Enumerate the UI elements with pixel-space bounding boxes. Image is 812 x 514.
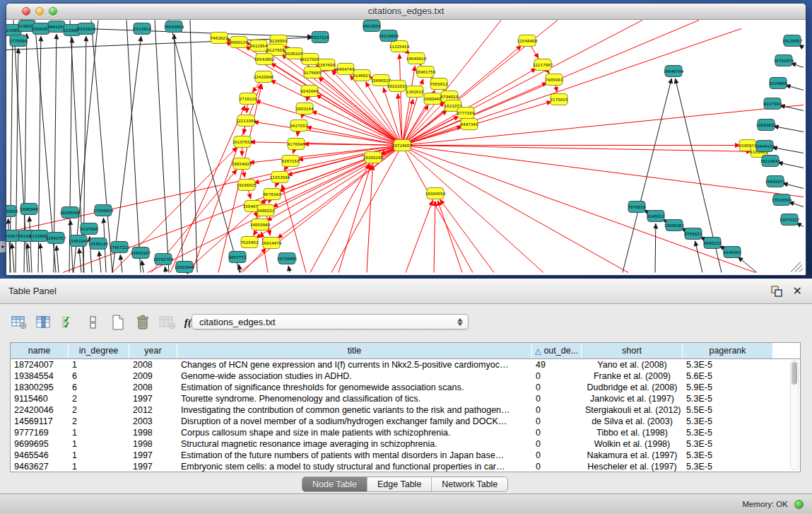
column-header-in_degree[interactable]: in_degree: [69, 343, 129, 358]
graph-node[interactable]: 17016504: [772, 194, 792, 206]
table-row[interactable]: 1872400712008Changes of HCN gene express…: [11, 359, 800, 370]
graph-node[interactable]: 16033809: [164, 21, 184, 33]
graph-node[interactable]: 15751074: [774, 55, 794, 66]
scrollbar-thumb[interactable]: [792, 362, 797, 385]
graph-node[interactable]: 9857771: [229, 252, 247, 263]
graph-node[interactable]: 19384554: [425, 188, 446, 199]
column-header-title[interactable]: title: [177, 343, 532, 358]
column-header-short[interactable]: short: [582, 343, 683, 358]
graph-node[interactable]: 14803949: [250, 219, 271, 230]
graph-node[interactable]: 8186328: [286, 48, 303, 59]
table-row[interactable]: 1456911722003Disruption of a novel membe…: [11, 416, 800, 427]
graph-node[interactable]: 12217987: [533, 59, 553, 71]
graph-node[interactable]: 9777169: [457, 107, 475, 119]
graph-node[interactable]: 17957222: [110, 242, 129, 253]
graph-node[interactable]: 9242848: [301, 86, 319, 97]
graph-node[interactable]: 22420046: [254, 71, 274, 83]
delete-table-button[interactable]: [158, 313, 177, 332]
graph-node[interactable]: 7625402: [241, 237, 259, 248]
table-row[interactable]: 911546021997Tourette syndrome. Phenomeno…: [11, 393, 800, 404]
graph-node[interactable]: 12093832: [756, 119, 776, 131]
graph-node[interactable]: 2175815: [551, 94, 568, 105]
graph-node[interactable]: 15958167: [131, 247, 151, 259]
create-column-button[interactable]: [109, 313, 127, 332]
graph-node[interactable]: 2803144: [296, 103, 314, 115]
column-header-name[interactable]: name: [11, 343, 69, 358]
graph-node[interactable]: 12942757: [46, 233, 66, 244]
graph-node[interactable]: 3498222: [257, 205, 275, 216]
column-header-pagerank[interactable]: pagerank: [683, 343, 773, 358]
float-panel-icon[interactable]: [771, 286, 782, 297]
tab-network-table[interactable]: Network Table: [432, 477, 507, 491]
graph-node[interactable]: 20206586: [60, 207, 81, 218]
graph-node[interactable]: 9146821: [353, 70, 371, 81]
window-titlebar[interactable]: citations_edges.txt: [6, 4, 806, 20]
graph-node[interactable]: 19854925: [232, 158, 252, 170]
table-vertical-scrollbar[interactable]: [790, 360, 799, 470]
graph-node[interactable]: 5313414: [134, 23, 151, 35]
graph-node[interactable]: 2718120: [240, 93, 257, 105]
graph-node[interactable]: 16961758: [416, 66, 436, 78]
graph-node[interactable]: 8454749: [337, 64, 355, 75]
graph-node[interactable]: 16543882: [254, 54, 274, 65]
graph-node[interactable]: 9175685: [304, 67, 322, 78]
graph-node[interactable]: 8427552: [290, 120, 308, 132]
table-row[interactable]: 1830029562008Estimation of significance …: [11, 382, 800, 393]
graph-node[interactable]: 9329966: [770, 78, 787, 89]
graph-node[interactable]: 7955812: [430, 78, 448, 90]
graph-node[interactable]: 6497345: [461, 119, 478, 130]
graph-node[interactable]: 15692971: [765, 176, 786, 187]
graph-node[interactable]: 21260650: [6, 206, 18, 217]
graph-node[interactable]: 18724007: [392, 140, 413, 151]
graph-node[interactable]: 1895948: [20, 204, 38, 215]
graph-node[interactable]: 1990448: [424, 93, 442, 105]
tab-edge-table[interactable]: Edge Table: [367, 477, 432, 491]
table-row[interactable]: 946554611997Estimation of the future num…: [11, 450, 800, 461]
graph-node[interactable]: 17359924: [93, 205, 114, 216]
tab-node-table[interactable]: Node Table: [302, 477, 367, 491]
graph-node[interactable]: 8678342: [264, 189, 281, 200]
graph-node[interactable]: 9245042: [724, 247, 741, 258]
network-canvas[interactable]: 1872400718300295193845547463822886012889…: [6, 20, 806, 275]
graph-node[interactable]: 16107553: [233, 136, 253, 148]
graph-node[interactable]: 12444159: [755, 141, 775, 152]
graph-node[interactable]: 19218896: [379, 30, 399, 42]
graph-node[interactable]: 9327508: [302, 54, 319, 65]
graph-node[interactable]: 7463822: [211, 33, 228, 44]
close-panel-icon[interactable]: ✕: [793, 284, 802, 298]
graph-node[interactable]: 11675327: [779, 214, 800, 226]
graph-node[interactable]: 1775894: [10, 35, 28, 47]
graph-node[interactable]: 16648784: [664, 66, 684, 77]
graph-node[interactable]: 1362615: [406, 86, 424, 98]
network-view-window[interactable]: citations_edges.txt 18724007183002951938…: [6, 3, 806, 276]
graph-node[interactable]: 18322037: [387, 81, 408, 92]
graph-node[interactable]: 9245012: [647, 211, 665, 222]
graph-node[interactable]: 18640910: [406, 53, 427, 64]
change-table-mode-button[interactable]: [10, 313, 28, 332]
graph-node[interactable]: 8813054: [363, 21, 381, 32]
graph-node[interactable]: 10945382: [664, 220, 684, 231]
resize-grip-icon[interactable]: [791, 262, 803, 272]
graph-node[interactable]: 19166825: [237, 180, 257, 191]
select-columns-button[interactable]: [59, 313, 78, 332]
table-row[interactable]: 1938455462009Genome-wide association stu…: [11, 370, 800, 382]
graph-node[interactable]: 12213389: [236, 115, 257, 127]
graph-node[interactable]: 7979559: [628, 201, 646, 213]
graph-node[interactable]: 8860128: [230, 37, 248, 48]
graph-node[interactable]: 8912954: [250, 40, 268, 52]
table-row[interactable]: 2242004622012Investigating the contribut…: [11, 404, 800, 416]
graph-node[interactable]: 16210643: [760, 156, 781, 167]
graph-node[interactable]: 11325419: [389, 41, 410, 52]
memory-status-indicator[interactable]: [794, 500, 804, 509]
graph-node[interactable]: 9197588: [81, 223, 98, 235]
graph-node[interactable]: 12923446: [175, 262, 195, 273]
graph-node[interactable]: 9227343: [764, 98, 782, 110]
graph-node[interactable]: 12353584: [270, 172, 290, 183]
table-row[interactable]: 946362711997Embryonic stem cells: a mode…: [11, 461, 800, 472]
graph-node[interactable]: 16914479: [261, 238, 282, 249]
table-row[interactable]: 977716911998Corpus callosum shape and si…: [11, 427, 800, 438]
graph-node[interactable]: 15718485: [277, 253, 298, 264]
graph-node[interactable]: 19120057: [782, 35, 803, 47]
graph-node[interactable]: 7485083: [546, 74, 563, 86]
graph-node[interactable]: 7857224: [312, 32, 329, 43]
